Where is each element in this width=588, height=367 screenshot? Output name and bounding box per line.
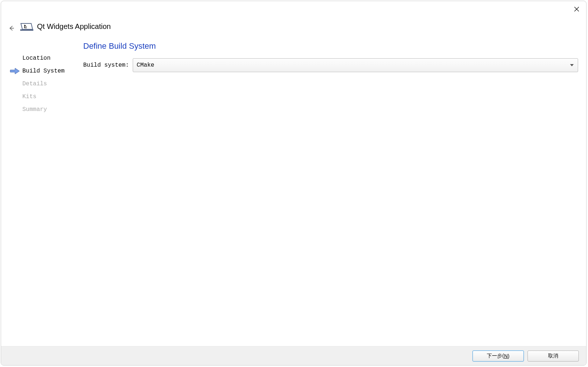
close-icon (574, 7, 579, 12)
step-label: Details (22, 81, 47, 87)
step-location: Location (9, 52, 79, 64)
build-system-value: CMake (137, 62, 154, 68)
step-label: Build System (22, 68, 65, 74)
build-system-select[interactable]: CMake (133, 58, 578, 72)
steps-sidebar: Location Build System Details Kits Summa… (8, 41, 79, 343)
step-label: Location (22, 55, 51, 62)
wizard-header: Qt Widgets Application (19, 21, 111, 32)
svg-rect-3 (20, 29, 33, 31)
wizard-dialog: Qt Widgets Application Location Build Sy… (1, 1, 587, 366)
back-button[interactable] (7, 24, 16, 33)
main-panel: Define Build System Build system: CMake (79, 41, 579, 343)
step-details: Details (9, 77, 79, 90)
application-icon (19, 21, 34, 32)
back-arrow-icon (8, 25, 15, 31)
build-system-row: Build system: CMake (83, 58, 578, 72)
step-build-system: Build System (9, 64, 79, 77)
wizard-title: Qt Widgets Application (37, 22, 111, 31)
content-area: Location Build System Details Kits Summa… (8, 41, 579, 343)
current-step-arrow-icon (10, 68, 20, 74)
step-label: Summary (22, 106, 47, 113)
next-button-suffix: ) (508, 353, 510, 359)
next-button-prefix: 下一步( (487, 353, 504, 359)
step-kits: Kits (9, 90, 79, 103)
cancel-button[interactable]: 取消 (528, 351, 579, 362)
cancel-button-label: 取消 (548, 353, 558, 359)
footer-bar: 下一步(N) 取消 (1, 346, 586, 365)
step-label: Kits (22, 93, 36, 100)
next-button[interactable]: 下一步(N) (473, 351, 524, 362)
close-button[interactable] (572, 5, 581, 14)
step-summary: Summary (9, 103, 79, 116)
section-heading: Define Build System (83, 41, 578, 51)
next-button-hotkey: N (504, 353, 508, 359)
build-system-select-wrap: CMake (133, 58, 578, 72)
build-system-label: Build system: (83, 62, 129, 68)
